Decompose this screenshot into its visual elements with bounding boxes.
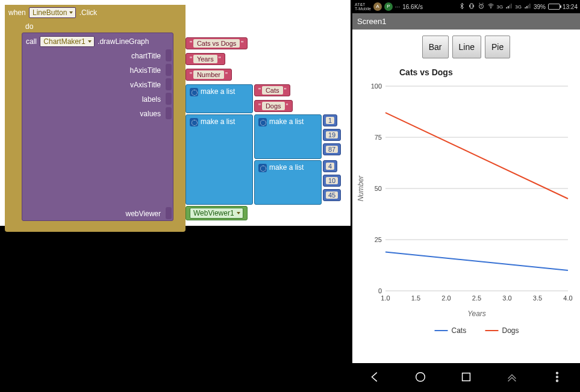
number-block[interactable]: 1 [323,114,337,126]
svg-rect-0 [470,4,473,8]
xtick: 1.0 [381,294,390,302]
make-list-values-outer[interactable]: make a list [186,114,253,205]
tab-pie[interactable]: Pie [485,36,510,58]
socket[interactable] [166,93,172,105]
signal-1-icon [505,2,513,11]
ylabel: Number [357,175,365,202]
when-event: .Click [80,8,97,17]
tab-bar[interactable]: Bar [422,36,449,58]
socket[interactable] [166,207,172,219]
xtick: 3.5 [533,294,542,302]
gear-icon[interactable] [258,164,267,172]
ytick: 0 [378,287,382,294]
ytick: 50 [375,185,382,192]
bluetooth-icon [458,2,466,11]
make-list-labels[interactable]: make a list [186,84,253,113]
recents-icon[interactable] [460,370,473,385]
make-list-values-series1[interactable]: make a list [254,114,322,159]
when-keyword: when [8,8,26,17]
when-component-dropdown[interactable]: LineButton [29,7,76,18]
chart-title: Cats vs Dogs [399,67,453,77]
chart-viewport: Cats vs Dogs02550751001.01.52.02.53.03.5… [352,62,580,363]
number-block[interactable]: 19 [323,129,341,141]
arg-vaxis-label: vAxisTitle [42,78,164,89]
socket[interactable] [166,78,172,90]
vibrate-icon [468,2,475,11]
do-label: do [22,20,37,33]
call-block[interactable]: call ChartMaker1 .drawLineGraph chartTit… [22,33,173,221]
text-block-haxis[interactable]: Years [186,53,225,65]
svg-point-13 [557,376,558,378]
number-block[interactable]: 45 [323,189,341,201]
text-block-label-dogs[interactable]: Dogs [254,100,293,112]
xtick: 2.5 [472,294,481,302]
blocks-canvas[interactable]: when LineButton .Click do call ChartMake… [0,0,351,226]
socket[interactable] [166,49,172,61]
text-block-label-cats[interactable]: Cats [254,84,290,96]
battery-icon [548,4,560,10]
socket[interactable] [166,107,172,119]
svg-point-2 [490,8,491,8]
arg-webviewer-label: webViewer [42,207,164,218]
tab-line[interactable]: Line [452,36,481,58]
status-carrier: AT&T [355,2,371,7]
net-3g: 3G [497,4,504,10]
ytick: 75 [375,134,382,141]
when-block[interactable]: when LineButton .Click do call ChartMake… [5,5,186,232]
back-icon[interactable] [369,370,382,385]
number-block[interactable]: 87 [323,143,341,155]
app-title: Screen1 [352,13,580,30]
xtick: 2.0 [441,294,451,302]
xtick: 1.5 [411,294,420,302]
call-method: .drawLineGraph [98,37,149,46]
status-time: 13:24 [563,4,578,10]
svg-point-14 [557,380,558,382]
xtick: 3.0 [502,294,511,302]
svg-point-10 [416,372,425,381]
arg-charttitle-label: chartTitle [42,49,164,60]
number-block[interactable]: 4 [323,160,337,172]
call-keyword: call [26,37,37,46]
line-chart: Cats vs Dogs02550751001.01.52.02.53.03.5… [352,62,580,351]
menu-icon[interactable] [550,370,564,385]
series-cats [385,252,568,270]
gear-icon[interactable] [190,88,198,96]
gear-icon[interactable] [190,118,198,126]
sim-b-icon: P [384,2,393,11]
legend-cats: Cats [452,326,467,335]
nav-extra-icon[interactable] [505,370,519,385]
status-carrier2: T-Mobile [355,7,371,11]
call-component-dropdown[interactable]: ChartMaker1 [40,36,94,47]
chart-type-tabs: Bar Line Pie [352,30,580,62]
status-battery-pct: 39% [534,4,546,10]
make-list-values-series2[interactable]: make a list [254,160,322,205]
number-block[interactable]: 10 [323,175,341,187]
net-3g-2: 3G [515,4,522,10]
legend-dogs: Dogs [502,326,519,335]
arg-haxis-label: hAxisTitle [42,64,164,75]
webviewer-block[interactable]: WebViewer1 [186,206,248,220]
svg-point-12 [557,372,558,374]
xtick: 4.0 [563,294,572,302]
series-dogs [385,113,568,199]
ytick: 100 [371,82,382,90]
android-navbar [352,363,580,392]
status-bar: AT&T T-Mobile A P ··· 16.6K/s 3G 3G 39% … [352,0,580,13]
arg-values-label: values [42,107,164,118]
text-block-vaxis[interactable]: Number [186,69,232,81]
sim-a-icon: A [373,2,382,11]
home-icon[interactable] [414,370,427,385]
gear-icon[interactable] [258,118,267,126]
status-speed: 16.6K/s [402,4,423,10]
phone-frame: AT&T T-Mobile A P ··· 16.6K/s 3G 3G 39% … [352,0,580,392]
webviewer-dropdown[interactable]: WebViewer1 [190,208,243,219]
alarm-icon [478,2,485,11]
socket[interactable] [166,64,172,76]
ytick: 25 [375,236,382,243]
text-block-charttitle[interactable]: Cats vs Dogs [186,37,248,49]
arg-labels-label: labels [42,93,164,104]
svg-rect-11 [463,373,470,381]
xlabel: Years [467,310,486,318]
wifi-icon [487,2,494,11]
signal-2-icon [524,2,531,11]
